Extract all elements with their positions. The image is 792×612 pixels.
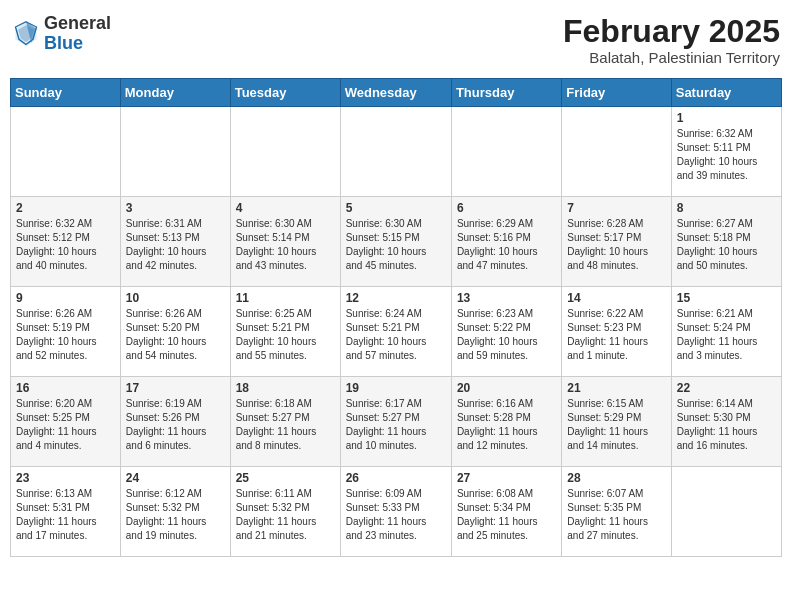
day-sun-info: Sunrise: 6:26 AM Sunset: 5:20 PM Dayligh… [126, 307, 225, 363]
location-subtitle: Balatah, Palestinian Territory [563, 49, 780, 66]
day-of-week-header: Sunday [11, 79, 121, 107]
calendar-day-cell: 3Sunrise: 6:31 AM Sunset: 5:13 PM Daylig… [120, 197, 230, 287]
day-sun-info: Sunrise: 6:12 AM Sunset: 5:32 PM Dayligh… [126, 487, 225, 543]
day-number: 2 [16, 201, 115, 215]
calendar-header-row: SundayMondayTuesdayWednesdayThursdayFrid… [11, 79, 782, 107]
calendar-week-row: 23Sunrise: 6:13 AM Sunset: 5:31 PM Dayli… [11, 467, 782, 557]
day-sun-info: Sunrise: 6:19 AM Sunset: 5:26 PM Dayligh… [126, 397, 225, 453]
day-number: 11 [236, 291, 335, 305]
day-number: 24 [126, 471, 225, 485]
calendar-day-cell [562, 107, 671, 197]
day-sun-info: Sunrise: 6:23 AM Sunset: 5:22 PM Dayligh… [457, 307, 556, 363]
day-sun-info: Sunrise: 6:30 AM Sunset: 5:15 PM Dayligh… [346, 217, 446, 273]
day-number: 9 [16, 291, 115, 305]
day-number: 14 [567, 291, 665, 305]
calendar-day-cell: 2Sunrise: 6:32 AM Sunset: 5:12 PM Daylig… [11, 197, 121, 287]
day-sun-info: Sunrise: 6:14 AM Sunset: 5:30 PM Dayligh… [677, 397, 776, 453]
day-sun-info: Sunrise: 6:13 AM Sunset: 5:31 PM Dayligh… [16, 487, 115, 543]
calendar-day-cell [120, 107, 230, 197]
day-number: 1 [677, 111, 776, 125]
day-sun-info: Sunrise: 6:29 AM Sunset: 5:16 PM Dayligh… [457, 217, 556, 273]
day-number: 13 [457, 291, 556, 305]
day-sun-info: Sunrise: 6:09 AM Sunset: 5:33 PM Dayligh… [346, 487, 446, 543]
calendar-day-cell: 17Sunrise: 6:19 AM Sunset: 5:26 PM Dayli… [120, 377, 230, 467]
calendar-day-cell: 7Sunrise: 6:28 AM Sunset: 5:17 PM Daylig… [562, 197, 671, 287]
page-header: General Blue February 2025 Balatah, Pale… [10, 10, 782, 70]
day-number: 10 [126, 291, 225, 305]
calendar-day-cell: 9Sunrise: 6:26 AM Sunset: 5:19 PM Daylig… [11, 287, 121, 377]
day-sun-info: Sunrise: 6:27 AM Sunset: 5:18 PM Dayligh… [677, 217, 776, 273]
day-sun-info: Sunrise: 6:20 AM Sunset: 5:25 PM Dayligh… [16, 397, 115, 453]
calendar-day-cell: 23Sunrise: 6:13 AM Sunset: 5:31 PM Dayli… [11, 467, 121, 557]
day-number: 4 [236, 201, 335, 215]
calendar-day-cell: 5Sunrise: 6:30 AM Sunset: 5:15 PM Daylig… [340, 197, 451, 287]
day-sun-info: Sunrise: 6:32 AM Sunset: 5:12 PM Dayligh… [16, 217, 115, 273]
day-number: 8 [677, 201, 776, 215]
calendar-day-cell: 8Sunrise: 6:27 AM Sunset: 5:18 PM Daylig… [671, 197, 781, 287]
logo-blue: Blue [44, 34, 111, 54]
calendar-day-cell: 24Sunrise: 6:12 AM Sunset: 5:32 PM Dayli… [120, 467, 230, 557]
day-sun-info: Sunrise: 6:17 AM Sunset: 5:27 PM Dayligh… [346, 397, 446, 453]
day-number: 5 [346, 201, 446, 215]
calendar-day-cell: 4Sunrise: 6:30 AM Sunset: 5:14 PM Daylig… [230, 197, 340, 287]
day-number: 25 [236, 471, 335, 485]
calendar-day-cell: 15Sunrise: 6:21 AM Sunset: 5:24 PM Dayli… [671, 287, 781, 377]
calendar-week-row: 16Sunrise: 6:20 AM Sunset: 5:25 PM Dayli… [11, 377, 782, 467]
day-sun-info: Sunrise: 6:15 AM Sunset: 5:29 PM Dayligh… [567, 397, 665, 453]
day-number: 20 [457, 381, 556, 395]
calendar-day-cell: 18Sunrise: 6:18 AM Sunset: 5:27 PM Dayli… [230, 377, 340, 467]
day-sun-info: Sunrise: 6:30 AM Sunset: 5:14 PM Dayligh… [236, 217, 335, 273]
calendar-day-cell: 26Sunrise: 6:09 AM Sunset: 5:33 PM Dayli… [340, 467, 451, 557]
day-sun-info: Sunrise: 6:28 AM Sunset: 5:17 PM Dayligh… [567, 217, 665, 273]
calendar-table: SundayMondayTuesdayWednesdayThursdayFrid… [10, 78, 782, 557]
day-sun-info: Sunrise: 6:11 AM Sunset: 5:32 PM Dayligh… [236, 487, 335, 543]
day-number: 6 [457, 201, 556, 215]
day-of-week-header: Tuesday [230, 79, 340, 107]
calendar-day-cell: 25Sunrise: 6:11 AM Sunset: 5:32 PM Dayli… [230, 467, 340, 557]
calendar-day-cell [451, 107, 561, 197]
day-sun-info: Sunrise: 6:21 AM Sunset: 5:24 PM Dayligh… [677, 307, 776, 363]
day-number: 19 [346, 381, 446, 395]
day-sun-info: Sunrise: 6:07 AM Sunset: 5:35 PM Dayligh… [567, 487, 665, 543]
calendar-day-cell: 27Sunrise: 6:08 AM Sunset: 5:34 PM Dayli… [451, 467, 561, 557]
day-sun-info: Sunrise: 6:32 AM Sunset: 5:11 PM Dayligh… [677, 127, 776, 183]
logo-text: General Blue [44, 14, 111, 54]
calendar-day-cell: 28Sunrise: 6:07 AM Sunset: 5:35 PM Dayli… [562, 467, 671, 557]
day-sun-info: Sunrise: 6:25 AM Sunset: 5:21 PM Dayligh… [236, 307, 335, 363]
day-of-week-header: Saturday [671, 79, 781, 107]
day-of-week-header: Wednesday [340, 79, 451, 107]
day-of-week-header: Friday [562, 79, 671, 107]
calendar-day-cell: 14Sunrise: 6:22 AM Sunset: 5:23 PM Dayli… [562, 287, 671, 377]
calendar-week-row: 2Sunrise: 6:32 AM Sunset: 5:12 PM Daylig… [11, 197, 782, 287]
day-number: 3 [126, 201, 225, 215]
day-sun-info: Sunrise: 6:18 AM Sunset: 5:27 PM Dayligh… [236, 397, 335, 453]
calendar-day-cell: 21Sunrise: 6:15 AM Sunset: 5:29 PM Dayli… [562, 377, 671, 467]
calendar-day-cell: 22Sunrise: 6:14 AM Sunset: 5:30 PM Dayli… [671, 377, 781, 467]
calendar-day-cell: 6Sunrise: 6:29 AM Sunset: 5:16 PM Daylig… [451, 197, 561, 287]
day-sun-info: Sunrise: 6:24 AM Sunset: 5:21 PM Dayligh… [346, 307, 446, 363]
calendar-day-cell: 10Sunrise: 6:26 AM Sunset: 5:20 PM Dayli… [120, 287, 230, 377]
day-of-week-header: Monday [120, 79, 230, 107]
day-sun-info: Sunrise: 6:16 AM Sunset: 5:28 PM Dayligh… [457, 397, 556, 453]
calendar-day-cell [671, 467, 781, 557]
calendar-day-cell: 20Sunrise: 6:16 AM Sunset: 5:28 PM Dayli… [451, 377, 561, 467]
logo-general: General [44, 14, 111, 34]
day-number: 21 [567, 381, 665, 395]
logo: General Blue [12, 14, 111, 54]
day-sun-info: Sunrise: 6:22 AM Sunset: 5:23 PM Dayligh… [567, 307, 665, 363]
day-number: 18 [236, 381, 335, 395]
day-number: 15 [677, 291, 776, 305]
day-number: 28 [567, 471, 665, 485]
day-number: 7 [567, 201, 665, 215]
calendar-week-row: 9Sunrise: 6:26 AM Sunset: 5:19 PM Daylig… [11, 287, 782, 377]
day-sun-info: Sunrise: 6:08 AM Sunset: 5:34 PM Dayligh… [457, 487, 556, 543]
day-number: 23 [16, 471, 115, 485]
calendar-day-cell: 11Sunrise: 6:25 AM Sunset: 5:21 PM Dayli… [230, 287, 340, 377]
day-number: 16 [16, 381, 115, 395]
calendar-day-cell [340, 107, 451, 197]
day-of-week-header: Thursday [451, 79, 561, 107]
calendar-day-cell: 19Sunrise: 6:17 AM Sunset: 5:27 PM Dayli… [340, 377, 451, 467]
calendar-day-cell: 13Sunrise: 6:23 AM Sunset: 5:22 PM Dayli… [451, 287, 561, 377]
day-number: 17 [126, 381, 225, 395]
day-number: 22 [677, 381, 776, 395]
